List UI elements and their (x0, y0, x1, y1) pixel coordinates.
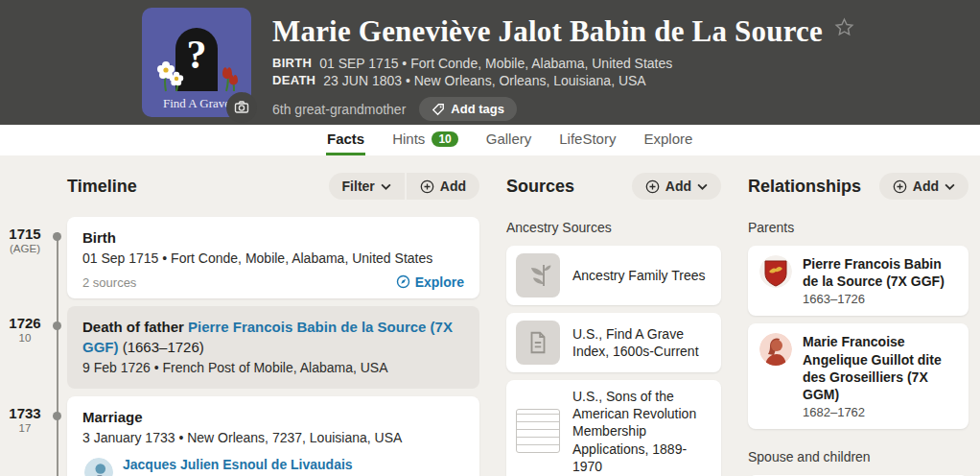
birth-label: BIRTH (272, 55, 312, 72)
event-age: 10 (0, 332, 50, 344)
relationship-card-father[interactable]: Pierre Francois Babin de la Source (7X G… (748, 246, 968, 316)
ancestry-sources-label: Ancestry Sources (506, 220, 721, 235)
profile-tabbar: Facts Hints10 Gallery LifeStory Explore (0, 125, 980, 155)
chevron-down-icon (381, 183, 391, 190)
tag-icon (432, 103, 445, 116)
timeline-add-button[interactable]: Add (407, 173, 479, 200)
relationships-heading: Relationships (748, 177, 861, 197)
photo-caption: Find A Grave (163, 96, 230, 110)
person-dates: 1663–1726 (803, 292, 957, 306)
header-info: Marie Geneviève Jalot Babin de La Source… (251, 8, 854, 121)
relationships-section: Relationships Add Parents Pier (748, 173, 968, 476)
person-link[interactable]: Jacques Julien Esnoul de Livaudais (123, 457, 353, 472)
crest-avatar (759, 255, 792, 288)
male-avatar (84, 458, 113, 476)
sources-add-button[interactable]: Add (632, 173, 721, 200)
relationship-label: 6th great-grandmother (272, 102, 406, 117)
plus-circle-icon (893, 179, 907, 194)
death-value: 23 JUN 1803 • New Orleans, Orleans, Loui… (323, 72, 645, 89)
event-card[interactable]: Marriage 3 January 1733 • New Orleans, 7… (67, 396, 479, 476)
event-card[interactable]: Death of father Pierre Francois Babin de… (67, 306, 479, 389)
page-title: Marie Geneviève Jalot Babin de La Source (272, 15, 823, 48)
sources-heading: Sources (506, 177, 574, 197)
timeline-event-birth: 1715 (AGE) Birth 01 Sep 1715 • Fort Cond… (0, 217, 479, 298)
profile-header: ? Find A Grave (0, 0, 980, 125)
event-detail: 01 Sep 1715 • Fort Conde, Mobile, Alabam… (82, 250, 464, 268)
tab-lifestory[interactable]: LifeStory (558, 125, 617, 155)
person-name: Pierre Francois Babin de la Source (7X G… (803, 255, 957, 290)
event-age: 17 (0, 422, 50, 434)
tab-explore[interactable]: Explore (642, 125, 693, 155)
death-label: DEATH (272, 72, 315, 89)
event-sources-count: 2 sources (82, 275, 136, 290)
timeline-event-marriage: 1733 17 Marriage 3 January 1733 • New Or… (0, 396, 479, 476)
spouse-row: Jacques Julien Esnoul de Livaudais 1697–… (84, 457, 464, 476)
source-item-family-trees[interactable]: Ancestry Family Trees (506, 246, 721, 305)
person-name: Marie Francoise Angelique Guillot dite d… (803, 333, 957, 403)
birth-value: 01 SEP 1715 • Fort Conde, Mobile, Alabam… (319, 55, 672, 72)
source-label: Ancestry Family Trees (572, 267, 705, 284)
event-year: 1733 (0, 405, 50, 421)
tab-hints[interactable]: Hints10 (391, 125, 459, 155)
timeline-event-death-of-father: 1726 10 Death of father Pierre Francois … (0, 306, 479, 389)
relationship-card-mother[interactable]: Marie Francoise Angelique Guillot dite d… (748, 323, 968, 429)
facts-panel: Timeline Filter Add 17 (0, 155, 980, 476)
tab-gallery[interactable]: Gallery (485, 125, 533, 155)
timeline-dot (53, 232, 61, 241)
timeline-dot (53, 412, 61, 420)
event-title-dates: (1663–1726) (123, 339, 204, 355)
person-profile-page: ? Find A Grave (0, 0, 980, 476)
event-detail: 3 January 1733 • New Orleans, 7237, Loui… (82, 429, 464, 447)
event-title-prefix: Death of father (82, 319, 184, 335)
timeline-section: Timeline Filter Add 17 (0, 173, 479, 476)
svg-text:?: ? (187, 33, 207, 77)
source-item-sar-applications[interactable]: U.S., Sons of the American Revolution Me… (506, 380, 721, 476)
female-avatar (759, 333, 792, 366)
source-item-find-a-grave-index[interactable]: U.S., Find A Grave Index, 1600s-Current (506, 313, 721, 372)
event-year: 1726 (0, 315, 50, 331)
person-dates: 1682–1762 (803, 405, 957, 419)
source-label: U.S., Find A Grave Index, 1600s-Current (572, 325, 712, 360)
chevron-down-icon (945, 183, 955, 190)
camera-icon[interactable] (226, 92, 257, 123)
event-card[interactable]: Birth 01 Sep 1715 • Fort Conde, Mobile, … (67, 217, 479, 298)
plus-circle-icon (645, 179, 660, 194)
document-icon (516, 321, 560, 365)
chevron-down-icon (697, 183, 708, 190)
compass-icon (396, 274, 410, 289)
sources-section: Sources Add Ancestry Sources (506, 173, 721, 476)
tab-facts[interactable]: Facts (326, 125, 365, 155)
event-age: (AGE) (0, 243, 50, 254)
timeline-dot (53, 321, 61, 330)
event-year: 1715 (0, 226, 50, 242)
vitals: BIRTH 01 SEP 1715 • Fort Conde, Mobile, … (272, 55, 854, 89)
hints-count-badge: 10 (432, 131, 457, 147)
event-detail: 9 Feb 1726 • French Post of Mobile, Alab… (82, 359, 464, 377)
record-thumbnail (516, 409, 560, 453)
event-title: Marriage (82, 407, 464, 427)
relationships-add-button[interactable]: Add (879, 173, 968, 200)
profile-photo[interactable]: ? Find A Grave (142, 8, 251, 117)
source-label: U.S., Sons of the American Revolution Me… (572, 388, 712, 475)
timeline-heading: Timeline (67, 177, 137, 197)
star-icon[interactable] (834, 17, 854, 41)
add-tags-button[interactable]: Add tags (419, 97, 517, 121)
timeline-filter-button[interactable]: Filter (329, 173, 405, 200)
ancestry-leaf-icon (516, 253, 560, 298)
event-title: Birth (82, 227, 464, 248)
explore-link[interactable]: Explore (396, 274, 464, 290)
death-row: DEATH 23 JUN 1803 • New Orleans, Orleans… (272, 72, 854, 89)
plus-circle-icon (420, 179, 434, 194)
birth-row: BIRTH 01 SEP 1715 • Fort Conde, Mobile, … (272, 55, 854, 72)
parents-group-label: Parents (748, 220, 968, 235)
spouse-children-group-label: Spouse and children (748, 449, 968, 464)
